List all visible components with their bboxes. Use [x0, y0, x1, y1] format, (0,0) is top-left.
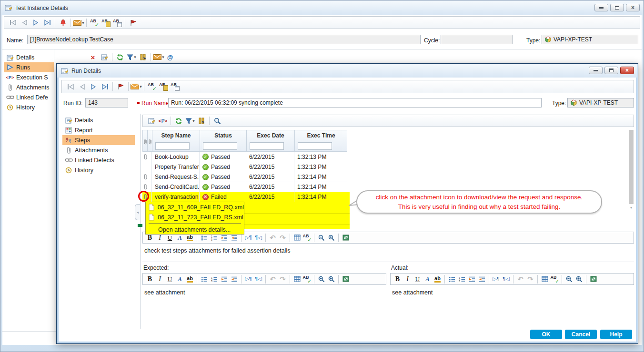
ok-button[interactable]: OK [530, 330, 562, 339]
bullet-list-icon[interactable] [447, 274, 457, 284]
redo-icon[interactable]: ↷ [278, 274, 288, 284]
first-entity-icon[interactable] [7, 18, 19, 28]
outer-titlebar[interactable]: Test Instance Details × [1, 1, 643, 15]
highlight-icon[interactable]: ab [433, 274, 443, 284]
minimize-button[interactable] [594, 4, 608, 11]
left-to-right-icon[interactable]: ▷¶ [491, 274, 501, 284]
email-dropdown-caret[interactable]: ▾ [82, 20, 84, 25]
sidebar-item-linked-defects[interactable]: Linked Defe [4, 92, 54, 102]
increase-indent-icon[interactable] [219, 274, 229, 284]
refresh-icon[interactable] [114, 52, 126, 62]
attachment-indicator-icon[interactable] [143, 184, 148, 190]
run-name-field[interactable]: Run: 06/22/2015 06:32:09 syncing complet… [168, 98, 542, 108]
sidebar-item-details[interactable]: Details [62, 115, 135, 125]
sidebar-item-attachments[interactable]: Attachments [4, 82, 54, 92]
highlight-icon[interactable]: ab [185, 274, 195, 284]
insert-table-icon[interactable] [292, 274, 302, 284]
thesaurus-icon[interactable]: AB [158, 81, 169, 92]
previous-entity-icon[interactable] [76, 81, 88, 92]
next-entity-icon[interactable] [88, 81, 99, 92]
underline-icon[interactable]: U [165, 274, 175, 284]
cancel-button[interactable]: Cancel [565, 330, 597, 339]
show-parameters-icon[interactable]: <P> [157, 116, 169, 126]
zoom-out-icon[interactable] [564, 274, 574, 284]
select-columns-icon[interactable] [196, 116, 207, 126]
run-details-titlebar[interactable]: Run Details × [57, 64, 637, 78]
maximize-editor-icon[interactable] [341, 274, 351, 284]
find-icon[interactable] [211, 116, 223, 126]
sidebar-item-details[interactable]: Details [4, 52, 54, 62]
font-color-icon[interactable]: A [175, 274, 185, 284]
increase-indent-icon[interactable] [467, 274, 477, 284]
filter-input-exec-date[interactable] [250, 142, 284, 150]
maximize-button[interactable] [610, 4, 624, 11]
right-to-left-icon[interactable]: ¶◁ [501, 274, 511, 284]
undo-icon[interactable]: ↶ [268, 274, 278, 284]
send-email-icon[interactable]: ▾ [131, 81, 142, 92]
set-filter-icon[interactable]: ▾ [184, 116, 196, 126]
collapse-panel-handle[interactable]: ◂ [135, 204, 140, 220]
numbered-list-icon[interactable]: 123 [457, 274, 467, 284]
flag-for-follow-up-icon[interactable] [115, 81, 126, 92]
menu-item-attachment-file[interactable]: 06_32_11_723_FAILED_RS.xml [146, 212, 244, 222]
attachment-column-header[interactable] [143, 130, 148, 151]
sidebar-item-steps[interactable]: Steps [62, 135, 135, 145]
zoom-in-icon[interactable] [574, 274, 584, 284]
decrease-indent-icon[interactable] [229, 274, 239, 284]
maximize-button[interactable] [604, 67, 618, 74]
spell-check-icon[interactable]: AB✓ [89, 18, 100, 28]
sidebar-item-history[interactable]: History [4, 102, 54, 112]
redo-icon[interactable]: ↷ [525, 274, 535, 284]
spell-check-icon[interactable]: AB✓ [550, 274, 560, 284]
previous-entity-icon[interactable] [19, 18, 30, 28]
zoom-in-icon[interactable] [326, 233, 336, 243]
alerts-bell-icon[interactable] [57, 18, 69, 28]
spell-check-icon[interactable]: AB✓ [302, 233, 312, 243]
thesaurus-icon[interactable]: AB [100, 18, 111, 28]
right-to-left-icon[interactable]: ¶◁ [253, 274, 263, 284]
maximize-editor-icon[interactable] [588, 274, 598, 284]
delete-run-icon[interactable]: × [87, 52, 99, 62]
set-filter-icon[interactable]: ▾ [126, 52, 137, 62]
sidebar-item-runs[interactable]: Runs [4, 62, 54, 72]
send-email-icon[interactable]: ▾ [73, 18, 84, 28]
zoom-in-icon[interactable] [326, 274, 336, 284]
sidebar-item-linked-defects[interactable]: Linked Defects [62, 155, 135, 165]
left-to-right-icon[interactable]: ▷¶ [243, 233, 253, 243]
flag-for-follow-up-icon[interactable] [127, 18, 139, 28]
spell-check-icon[interactable]: AB✓ [302, 274, 312, 284]
left-to-right-icon[interactable]: ▷¶ [243, 274, 253, 284]
table-row[interactable]: Property Transfer ✓Passed 6/22/2015 1:32… [142, 162, 347, 172]
sidebar-item-attachments[interactable]: Attachments [62, 145, 135, 155]
send-email-icon[interactable]: ▾ [153, 52, 164, 62]
menu-item-open-attachments[interactable]: Open attachments details... [146, 225, 244, 235]
bold-icon[interactable]: B [392, 274, 402, 284]
last-entity-icon[interactable] [99, 81, 111, 92]
sidebar-item-history[interactable]: History [62, 165, 135, 175]
insert-table-icon[interactable] [292, 233, 302, 243]
filter-input-step-name[interactable] [155, 142, 190, 150]
spell-check-icon[interactable]: AB✓ [146, 81, 158, 92]
run-details-icon[interactable] [99, 52, 110, 62]
right-to-left-icon[interactable]: ¶◁ [253, 233, 263, 243]
name-field[interactable]: [1]BrowseNodeLookup TestCase [27, 35, 421, 44]
redo-icon[interactable]: ↷ [278, 233, 288, 243]
attachment-indicator-icon[interactable] [143, 154, 148, 160]
first-entity-icon[interactable] [65, 81, 76, 92]
refresh-icon[interactable] [173, 116, 184, 126]
bold-icon[interactable]: B [145, 274, 155, 284]
insert-table-icon[interactable] [540, 274, 550, 284]
sidebar-item-report[interactable]: Report [62, 125, 135, 135]
close-button[interactable]: × [626, 4, 640, 11]
select-columns-icon[interactable] [137, 52, 149, 62]
undo-icon[interactable]: ↶ [515, 274, 525, 284]
menu-item-attachment-file[interactable]: 06_32_11_609_FAILED_RQ.xml [146, 202, 244, 212]
numbered-list-icon[interactable]: 123 [209, 274, 219, 284]
maximize-editor-icon[interactable] [341, 233, 351, 243]
web-address-icon[interactable]: @ [164, 52, 176, 62]
help-button[interactable]: Help [600, 330, 632, 339]
sidebar-item-execution-settings[interactable]: <P> Execution S [4, 72, 54, 82]
vertical-scrollbar-thumb[interactable] [629, 130, 634, 204]
attachment-column-header[interactable] [148, 130, 152, 151]
zoom-out-icon[interactable] [316, 233, 326, 243]
